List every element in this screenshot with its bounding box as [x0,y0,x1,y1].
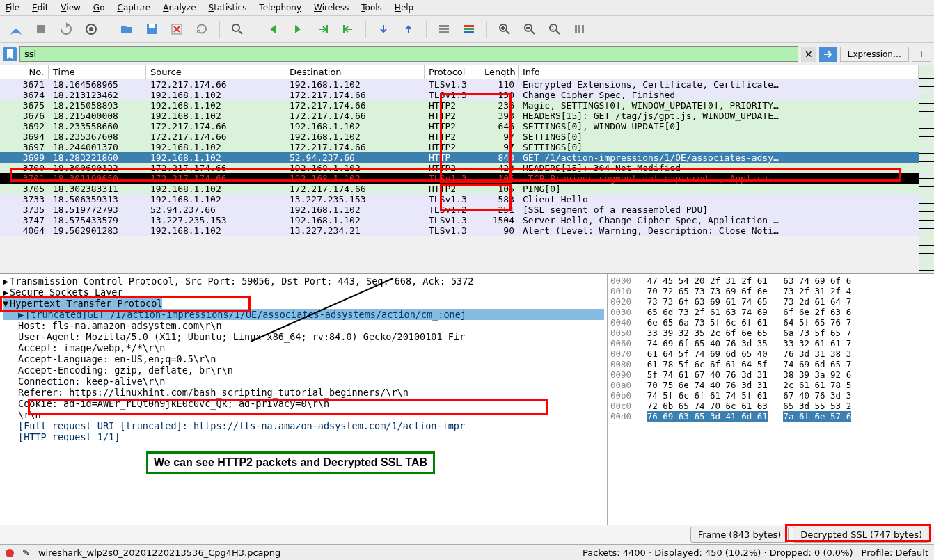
packet-row[interactable]: 367518.215058893192.168.1.102172.217.174… [0,100,919,111]
add-filter-button[interactable]: + [912,47,931,62]
packet-details-pane[interactable]: ▶Transmission Control Protocol, Src Port… [0,274,607,525]
detail-line[interactable]: ▶[truncated]GET /1/action-impressions/1/… [3,309,604,320]
go-to-packet-icon[interactable] [312,19,333,40]
detail-line[interactable]: Accept-Language: en-US,en;q=0.5\r\n [18,353,604,365]
detail-line[interactable]: Cookie: ad-id=AWEr_rLQt0n9jkE0c0vc_Qk; a… [18,398,604,409]
col-protocol[interactable]: Protocol [425,65,480,79]
auto-scroll-icon[interactable] [373,19,394,40]
hex-row[interactable]: 00d0 76 69 63 65 3d 41 6d 61 7a 6f 6e 57… [610,411,931,422]
menu-edit[interactable]: Edit [32,3,48,13]
expert-info-icon[interactable] [6,549,14,557]
hex-row[interactable]: 00c0 72 6b 65 74 70 6c 61 63 65 3d 55 53… [610,401,931,411]
start-capture-icon[interactable] [6,19,26,40]
detail-line[interactable]: User-Agent: Mozilla/5.0 (X11; Ubuntu; Li… [18,331,604,342]
hex-row[interactable]: 0080 61 78 5f 6c 6f 61 64 5f 74 69 6d 65… [610,359,931,369]
hex-row[interactable]: 0040 6e 65 6a 73 5f 6c 6f 61 64 5f 65 76… [610,317,931,328]
col-destination[interactable]: Destination [285,65,425,79]
packet-row[interactable]: 370018.300680122172.217.174.66192.168.1.… [0,163,919,173]
tree-http[interactable]: ▼Hypertext Transfer Protocol [3,298,162,309]
tab-decrypted-ssl[interactable]: Decrypted SSL (747 bytes) [793,527,930,543]
save-file-icon[interactable] [141,19,162,40]
clear-filter-icon[interactable]: ✕ [801,47,816,62]
go-forward-icon[interactable] [287,19,308,40]
colorize-icon[interactable] [434,19,454,40]
resize-columns-icon[interactable] [569,19,590,40]
detail-line[interactable]: Accept: image/webp,*/*\r\n [18,342,604,353]
zoom-reset-icon[interactable]: 1 [544,19,565,40]
menu-statistics[interactable]: Statistics [209,3,247,13]
packet-row[interactable]: 374718.57543357913.227.235.153192.168.1.… [0,215,919,225]
svg-rect-19 [575,25,577,33]
packet-row[interactable]: 373318.506359313192.168.1.10213.227.235.… [0,194,919,205]
detail-line[interactable]: Accept-Encoding: gzip, deflate, br\r\n [18,365,604,376]
packet-row[interactable]: 369718.244001370192.168.1.102172.217.174… [0,142,919,152]
packet-row[interactable]: 369918.283221860192.168.1.10252.94.237.6… [0,152,919,163]
packet-row[interactable]: 369418.235367608172.217.174.66192.168.1.… [0,131,919,142]
menu-analyze[interactable]: Analyze [163,3,196,13]
menu-file[interactable]: File [6,3,19,13]
zoom-out-icon[interactable] [519,19,540,40]
col-length[interactable]: Length [480,65,519,79]
status-profile[interactable]: Profile: Default [862,547,928,558]
detail-line[interactable]: [HTTP request 1/1] [18,431,604,442]
hex-row[interactable]: 0000 47 45 54 20 2f 31 2f 61 63 74 69 6f… [610,275,931,286]
middle-panes: ▶Transmission Control Protocol, Src Port… [0,274,934,525]
restart-capture-icon[interactable] [56,19,77,40]
packet-row[interactable]: 370118.301190050172.217.174.66192.168.1.… [0,173,919,184]
detail-line[interactable]: Referer: https://linuxhint.com/bash_scri… [18,387,604,398]
packet-row[interactable]: 406419.562901283192.168.1.10213.227.234.… [0,225,919,236]
apply-filter-icon[interactable] [819,47,837,62]
packet-row[interactable]: 373518.51977279352.94.237.66192.168.1.10… [0,205,919,215]
packet-row[interactable]: 367618.215400008192.168.1.102172.217.174… [0,111,919,121]
tree-tcp[interactable]: ▶Transmission Control Protocol, Src Port… [3,275,604,287]
detail-line[interactable]: Connection: keep-alive\r\n [18,376,604,387]
stop-capture-icon[interactable] [31,19,52,40]
zoom-in-icon[interactable] [494,19,515,40]
menu-tools[interactable]: Tools [361,3,382,13]
menu-capture[interactable]: Capture [117,3,150,13]
packet-minimap[interactable] [919,65,934,273]
go-back-icon[interactable] [262,19,283,40]
tab-frame[interactable]: Frame (843 bytes) [690,527,789,543]
detail-line[interactable]: Host: fls-na.amazon-adsystem.com\r\n [18,320,604,331]
packet-list-header[interactable]: No. Time Source Destination Protocol Len… [0,65,919,79]
packet-row[interactable]: 367118.164568965172.217.174.66192.168.1.… [0,79,919,90]
detail-line[interactable]: [Full request URI [truncated]: https://f… [18,420,604,431]
reload-file-icon[interactable] [191,19,212,40]
close-file-icon[interactable] [166,19,187,40]
col-time[interactable]: Time [49,65,146,79]
hex-row[interactable]: 0050 33 39 32 35 2c 6f 6e 65 6a 73 5f 65… [610,328,931,338]
hex-row[interactable]: 00b0 74 5f 6c 6f 61 74 5f 61 67 40 76 3d… [610,390,931,401]
col-no[interactable]: No. [0,65,49,79]
packet-row[interactable]: 369218.233558660172.217.174.66192.168.1.… [0,121,919,131]
hex-row[interactable]: 0010 70 72 65 73 73 69 6f 6e 73 2f 31 2f… [610,286,931,296]
go-to-first-icon[interactable] [338,19,358,40]
packet-row[interactable]: 367418.213123462192.168.1.102172.217.174… [0,90,919,100]
open-file-icon[interactable] [116,19,137,40]
col-source[interactable]: Source [146,65,285,79]
capture-options-icon[interactable] [81,19,102,40]
menu-view[interactable]: View [61,3,80,13]
hex-row[interactable]: 0030 65 6d 73 2f 61 63 74 69 6f 6e 2f 63… [610,307,931,317]
hex-dump-pane[interactable]: 0000 47 45 54 20 2f 31 2f 61 63 74 69 6f… [607,274,934,525]
menu-go[interactable]: Go [93,3,105,13]
display-filter-input[interactable] [19,46,798,62]
find-packet-icon[interactable] [227,19,248,40]
packet-row[interactable]: 370518.302383311192.168.1.102172.217.174… [0,184,919,194]
hex-row[interactable]: 0090 5f 74 61 67 40 76 3d 31 38 39 3a 92… [610,369,931,380]
expression-button[interactable]: Expression… [840,47,909,62]
col-info[interactable]: Info [519,65,919,79]
hex-row[interactable]: 0070 61 64 5f 74 69 6d 65 40 76 3d 31 38… [610,349,931,359]
menu-help[interactable]: Help [395,3,413,13]
tree-ssl[interactable]: ▶Secure Sockets Layer [3,287,604,298]
colorize-rules-icon[interactable] [459,19,480,40]
hex-row[interactable]: 00a0 70 75 6e 74 40 76 3d 31 2c 61 61 78… [610,380,931,390]
menu-wireless[interactable]: Wireless [314,3,349,13]
edit-capture-comment-icon[interactable]: ✎ [22,547,30,558]
hex-row[interactable]: 0060 74 69 6f 65 40 76 3d 35 33 32 61 61… [610,338,931,349]
filter-bookmark-icon[interactable] [3,47,17,61]
detail-line[interactable]: \r\n [18,409,604,420]
menu-telephony[interactable]: Telephony [259,3,301,13]
hex-row[interactable]: 0020 73 73 6f 63 69 61 74 65 73 2d 61 64… [610,296,931,307]
scroll-up-icon[interactable] [398,19,419,40]
